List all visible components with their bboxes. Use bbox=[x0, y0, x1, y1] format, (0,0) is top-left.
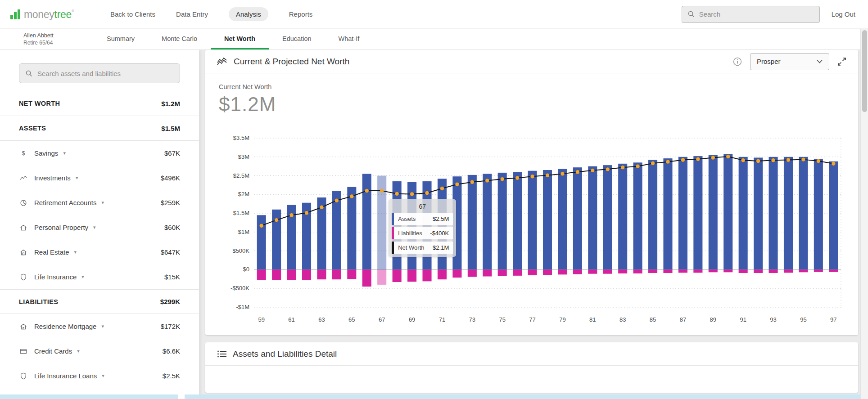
assets-bar[interactable] bbox=[483, 174, 492, 269]
net-worth-point[interactable] bbox=[260, 224, 263, 227]
chevron-down-icon[interactable]: ▾ bbox=[81, 274, 84, 280]
liabilities-bar[interactable] bbox=[257, 269, 266, 280]
net-worth-point[interactable] bbox=[395, 192, 398, 195]
net-worth-point[interactable] bbox=[711, 156, 715, 159]
sidebar-item-residence-mortgage[interactable]: Residence Mortgage▾$172K bbox=[0, 314, 199, 339]
liabilities-bar[interactable] bbox=[648, 269, 657, 273]
assets-bar[interactable] bbox=[603, 165, 612, 269]
net-worth-point[interactable] bbox=[440, 187, 444, 190]
assets-bar[interactable] bbox=[739, 157, 748, 270]
net-worth-point[interactable] bbox=[485, 179, 489, 182]
liabilities-bar[interactable] bbox=[618, 269, 627, 273]
liabilities-bar[interactable] bbox=[347, 269, 356, 279]
net-worth-point[interactable] bbox=[726, 155, 730, 158]
liabilities-bar[interactable] bbox=[483, 269, 492, 276]
liabilities-bar[interactable] bbox=[814, 269, 823, 272]
assets-bar[interactable] bbox=[543, 170, 552, 269]
liabilities-bar[interactable] bbox=[588, 269, 597, 273]
liabilities-bar[interactable] bbox=[799, 269, 808, 272]
global-search[interactable] bbox=[682, 6, 820, 23]
tab-net-worth[interactable]: Net Worth bbox=[211, 29, 269, 49]
assets-bar[interactable] bbox=[799, 157, 808, 270]
liabilities-bar[interactable] bbox=[362, 269, 371, 287]
nav-analysis[interactable]: Analysis bbox=[229, 7, 268, 21]
net-worth-point[interactable] bbox=[320, 206, 323, 209]
chevron-down-icon[interactable]: ▾ bbox=[93, 224, 96, 230]
net-worth-point[interactable] bbox=[787, 158, 790, 161]
chevron-down-icon[interactable]: ▾ bbox=[63, 150, 66, 156]
assets-bar[interactable] bbox=[829, 161, 838, 270]
assets-bar[interactable] bbox=[573, 167, 582, 269]
assets-bar[interactable] bbox=[754, 157, 763, 269]
vertical-scrollbar[interactable] bbox=[860, 29, 868, 399]
chevron-down-icon[interactable]: ▾ bbox=[77, 348, 80, 354]
liabilities-bar[interactable] bbox=[452, 269, 461, 278]
assets-bar[interactable] bbox=[362, 174, 371, 269]
nav-data-entry[interactable]: Data Entry bbox=[176, 10, 208, 18]
net-worth-point[interactable] bbox=[771, 158, 775, 162]
assets-bar[interactable] bbox=[558, 169, 567, 270]
liabilities-bar[interactable] bbox=[558, 269, 567, 274]
assets-bar[interactable] bbox=[332, 191, 341, 269]
net-worth-point[interactable] bbox=[621, 166, 624, 169]
liabilities-bar[interactable] bbox=[498, 269, 507, 276]
assets-bar[interactable] bbox=[633, 162, 642, 269]
sidebar-item-credit-cards[interactable]: Credit Cards▾$6.6K bbox=[0, 339, 199, 363]
net-worth-point[interactable] bbox=[606, 167, 610, 171]
assets-bar[interactable] bbox=[663, 158, 672, 269]
assets-bar[interactable] bbox=[513, 172, 522, 269]
sidebar-item-life-insurance[interactable]: Life Insurance▾$15K bbox=[0, 265, 199, 289]
sidebar-item-retirement-accounts[interactable]: Retirement Accounts▾$259K bbox=[0, 190, 199, 215]
liabilities-bar[interactable] bbox=[528, 269, 537, 275]
net-worth-point[interactable] bbox=[350, 194, 353, 198]
assets-bar[interactable] bbox=[347, 187, 356, 270]
net-worth-chart-svg[interactable]: $3.5M$3M$2.5M$2M$1.5M$1M$500K$0-$500K-$1… bbox=[219, 132, 845, 325]
chevron-down-icon[interactable]: ▾ bbox=[101, 200, 104, 206]
tab-education[interactable]: Education bbox=[269, 29, 325, 49]
assets-bar[interactable] bbox=[498, 173, 507, 270]
liabilities-bar[interactable] bbox=[693, 269, 702, 273]
assets-bar[interactable] bbox=[257, 215, 266, 269]
net-worth-point[interactable] bbox=[546, 174, 549, 177]
sidebar-item-personal-property[interactable]: Personal Property▾$60K bbox=[0, 215, 199, 240]
net-worth-point[interactable] bbox=[335, 199, 339, 202]
assets-bar[interactable] bbox=[618, 164, 627, 270]
net-worth-point[interactable] bbox=[591, 169, 594, 172]
liabilities-bar[interactable] bbox=[829, 269, 838, 272]
liabilities-bar[interactable] bbox=[287, 269, 296, 280]
logout-link[interactable]: Log Out bbox=[832, 10, 855, 18]
assets-bar[interactable] bbox=[784, 157, 793, 270]
net-worth-point[interactable] bbox=[380, 189, 384, 193]
sidebar-search[interactable] bbox=[19, 63, 180, 83]
liabilities-bar[interactable] bbox=[663, 269, 672, 273]
sidebar-item-life-insurance-loans[interactable]: Life Insurance Loans▾$2.5K bbox=[0, 363, 199, 388]
net-worth-point[interactable] bbox=[756, 159, 760, 163]
liabilities-bar[interactable] bbox=[769, 269, 778, 273]
chevron-down-icon[interactable]: ▾ bbox=[76, 175, 78, 181]
assets-bar[interactable] bbox=[588, 166, 597, 270]
tab-what-if[interactable]: What-If bbox=[325, 29, 373, 49]
liabilities-bar[interactable] bbox=[422, 269, 431, 281]
assets-bar[interactable] bbox=[648, 160, 657, 269]
liabilities-bar[interactable] bbox=[723, 269, 732, 272]
sidebar-item-savings[interactable]: $Savings▾$67K bbox=[0, 141, 199, 166]
net-worth-point[interactable] bbox=[696, 157, 700, 161]
global-search-input[interactable] bbox=[699, 10, 814, 18]
nav-back-to-clients[interactable]: Back to Clients bbox=[110, 10, 155, 18]
liabilities-bar[interactable] bbox=[468, 269, 477, 277]
sidebar-item-real-estate[interactable]: Real Estate▾$647K bbox=[0, 240, 199, 265]
moneytree-logo[interactable]: moneytree® bbox=[10, 9, 93, 20]
assets-bar[interactable] bbox=[468, 175, 477, 270]
liabilities-bar[interactable] bbox=[603, 269, 612, 273]
chevron-down-icon[interactable]: ▾ bbox=[102, 373, 104, 379]
net-worth-point[interactable] bbox=[651, 161, 655, 165]
net-worth-chart[interactable]: 67 Assets$2.5MLiabilities-$400KNet Worth… bbox=[219, 132, 845, 330]
net-worth-point[interactable] bbox=[425, 191, 429, 195]
net-worth-point[interactable] bbox=[636, 164, 639, 168]
net-worth-point[interactable] bbox=[275, 218, 278, 222]
net-worth-point[interactable] bbox=[515, 176, 519, 179]
expand-icon[interactable] bbox=[837, 57, 846, 66]
assets-bar[interactable] bbox=[678, 157, 687, 270]
liabilities-bar[interactable] bbox=[513, 269, 522, 275]
tab-summary[interactable]: Summary bbox=[93, 29, 148, 49]
